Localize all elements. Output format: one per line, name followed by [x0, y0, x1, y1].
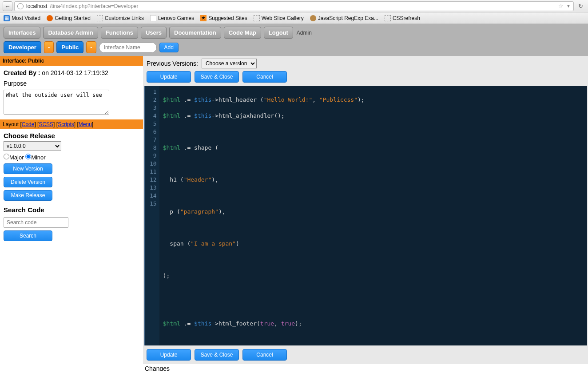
save-close-button-top[interactable]: Save & Close [195, 71, 239, 83]
delete-version-button[interactable]: Delete Version [4, 177, 52, 187]
major-radio-label[interactable]: Major [4, 154, 24, 161]
bookmark-cssrefresh[interactable]: CSSrefresh [385, 15, 420, 21]
interface-header: Interface: Public [0, 56, 143, 66]
bookmark-star-icon[interactable]: ☆ [558, 3, 564, 9]
code-body[interactable]: $html .= $this->html_header ("Hello Worl… [159, 86, 368, 345]
reload-button[interactable]: ↻ [576, 1, 585, 11]
current-user-label: Admin [297, 30, 312, 36]
bookmark-most-visited[interactable]: ▦Most Visited [4, 15, 40, 21]
interface-selector-row: Developer - Public - Add [0, 41, 588, 56]
minor-radio[interactable] [25, 154, 31, 159]
bookmark-web-slice[interactable]: Web Slice Gallery [254, 15, 304, 21]
globe-icon [17, 3, 24, 9]
left-sidebar: Interface: Public Created By : on 2014-0… [0, 56, 143, 371]
layout-tabs-bar: Layout [Code] [SCSS] [Scripts] [Menu] [0, 119, 143, 129]
choose-release-heading: Choose Release [4, 132, 139, 139]
browser-nav-bar: ← localhost/tina4/index.php?interface=De… [0, 0, 588, 12]
page-icon [97, 15, 103, 21]
layout-tab-scss[interactable]: SCSS [39, 121, 53, 127]
interface-developer-button[interactable]: Developer [4, 41, 41, 53]
make-release-button[interactable]: Make Release [4, 190, 52, 201]
url-host: localhost [26, 3, 47, 9]
add-interface-button[interactable]: Add [159, 43, 179, 52]
nav-database-admin[interactable]: Database Admin [43, 27, 98, 39]
layout-tab-scripts[interactable]: Scripts [58, 121, 74, 127]
purpose-label: Purpose [4, 80, 139, 87]
interface-name-input[interactable] [99, 42, 157, 53]
page-icon [254, 15, 260, 21]
url-dropdown-icon[interactable]: ▼ [566, 4, 571, 8]
remove-public-button[interactable]: - [86, 41, 96, 53]
cancel-button-bottom[interactable]: Cancel [242, 349, 287, 361]
layout-tab-code[interactable]: Code [22, 121, 35, 127]
nav-code-map[interactable]: Code Map [224, 27, 261, 39]
url-bar[interactable]: localhost/tina4/index.php?interface=Deve… [14, 1, 574, 11]
nav-logout[interactable]: Logout [264, 27, 293, 39]
bookmark-suggested-sites[interactable]: ★Suggested Sites [200, 15, 247, 21]
bookmark-lenovo-games[interactable]: Lenovo Games [150, 15, 194, 21]
new-version-button[interactable]: New Version [4, 163, 52, 174]
search-code-heading: Search Code [4, 206, 139, 214]
main-area: Interface: Public Created By : on 2014-0… [0, 56, 588, 371]
back-button[interactable]: ← [3, 1, 12, 11]
star-icon: ★ [200, 15, 207, 21]
page-icon [150, 15, 156, 21]
editor-actions-top: Update Save & Close Cancel [143, 71, 588, 86]
cancel-button-top[interactable]: Cancel [242, 71, 287, 83]
code-editor[interactable]: 123456789101112131415 $html .= $this->ht… [144, 86, 587, 345]
firefox-icon [47, 15, 53, 21]
url-path: /tina4/index.php?interface=Developer [50, 3, 138, 9]
nav-documentation[interactable]: Documentation [169, 27, 221, 39]
purpose-textarea[interactable] [4, 90, 109, 115]
release-select[interactable]: v1.0.0.0 [4, 141, 61, 151]
nav-interfaces[interactable]: Interfaces [4, 27, 40, 39]
changes-label: Changes [143, 364, 588, 371]
nav-users[interactable]: Users [141, 27, 167, 39]
search-code-input[interactable] [4, 217, 68, 228]
remove-developer-button[interactable]: - [44, 41, 54, 53]
monkey-icon [310, 15, 316, 21]
bookmark-getting-started[interactable]: Getting Started [47, 15, 91, 21]
line-gutter: 123456789101112131415 [145, 86, 159, 345]
search-button[interactable]: Search [4, 230, 52, 241]
editor-panel: Previous Versions: Choose a version Upda… [143, 56, 588, 371]
bookmarks-toolbar: ▦Most Visited Getting Started Customize … [0, 12, 588, 24]
created-by-row: Created By : on 2014-03-12 17:19:32 [0, 66, 143, 80]
bookmark-js-regexp[interactable]: JavaScript RegExp Exa... [310, 15, 378, 21]
update-button-top[interactable]: Update [147, 71, 191, 83]
bookmark-customize-links[interactable]: Customize Links [97, 15, 144, 21]
page-icon [385, 15, 391, 21]
version-select[interactable]: Choose a version [202, 59, 257, 68]
layout-tab-menu[interactable]: Menu [79, 121, 92, 127]
save-close-button-bottom[interactable]: Save & Close [195, 349, 239, 361]
major-radio[interactable] [4, 154, 9, 159]
minor-radio-label[interactable]: Minor [25, 154, 46, 161]
editor-actions-bottom: Update Save & Close Cancel [143, 345, 588, 364]
nav-functions[interactable]: Functions [101, 27, 138, 39]
grid-icon: ▦ [4, 15, 10, 21]
update-button-bottom[interactable]: Update [147, 349, 191, 361]
previous-versions-label: Previous Versions: [147, 60, 198, 67]
interface-public-button[interactable]: Public [56, 41, 83, 53]
previous-versions-row: Previous Versions: Choose a version [143, 56, 588, 71]
primary-nav: Interfaces Database Admin Functions User… [0, 24, 588, 41]
